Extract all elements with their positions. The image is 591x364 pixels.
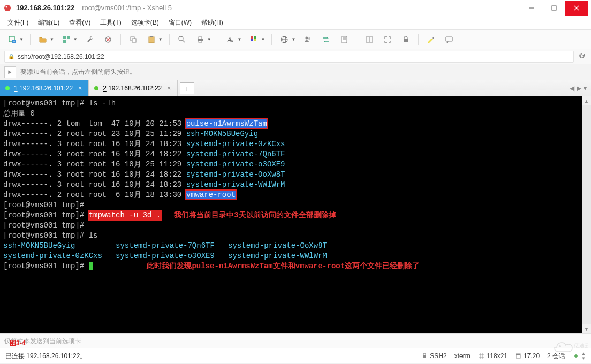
app-icon <box>3 4 12 12</box>
lock-icon: 🔒 <box>8 54 14 59</box>
command-input[interactable]: 仅将文本发送到当前选项卡 <box>0 333 591 348</box>
window-title-secondary: root@vms001:/tmp - Xshell 5 <box>82 4 172 12</box>
reconnect-button[interactable] <box>100 33 116 47</box>
statusbar: 已连接 192.168.26.101:22。 SSH2 xterm 118x21… <box>0 348 591 363</box>
hint-row: 要添加当前会话，点击左侧的箭头按钮。 <box>0 64 591 80</box>
svg-point-1 <box>6 6 7 7</box>
maximize-button[interactable] <box>543 1 565 16</box>
titlebar: 192.168.26.101:22 root@vms001:/tmp - Xsh… <box>0 0 591 16</box>
close-button[interactable] <box>565 1 588 16</box>
menu-file[interactable]: 文件(F) <box>5 17 31 28</box>
session-tab-2[interactable]: 2 192.168.26.102:22 × <box>89 80 178 96</box>
tab-next-icon[interactable]: ▶ <box>577 85 581 92</box>
transfer-button[interactable] <box>318 33 334 47</box>
svg-rect-3 <box>552 6 556 10</box>
colors-button[interactable]: ▼ <box>246 33 268 47</box>
terminal[interactable]: [root@vms001 tmp]# ls -lh总用量 0drwx------… <box>0 96 582 333</box>
figure-label: 图3-4 <box>10 339 25 348</box>
lock-icon <box>421 353 428 359</box>
status-plus[interactable]: ▲▼ <box>573 351 586 361</box>
menu-tools[interactable]: 工具(T) <box>98 17 123 28</box>
address-box[interactable]: 🔒 ssh://root@192.168.26.101:22 <box>4 51 574 63</box>
log-button[interactable] <box>336 33 352 47</box>
layout-button[interactable] <box>361 33 377 47</box>
new-tab-plus[interactable]: + <box>180 82 194 94</box>
tab-prev-icon[interactable]: ◀ <box>570 85 574 92</box>
lock-icon <box>400 34 412 46</box>
fullscreen-button[interactable] <box>380 33 396 47</box>
svg-rect-10 <box>63 40 66 43</box>
font-button[interactable]: AA▼ <box>223 33 244 47</box>
close-tab-icon[interactable]: × <box>77 85 83 92</box>
menu-edit[interactable]: 编辑(E) <box>36 17 62 28</box>
globe-icon <box>278 34 290 46</box>
svg-rect-26 <box>254 39 256 41</box>
menu-window[interactable]: 窗口(W) <box>166 17 194 28</box>
size-icon <box>478 353 484 359</box>
toolbar-separator <box>357 34 357 46</box>
toolbar: ▼ ▼ ▼ ▼ ▼ AA▼ ▼ ▼ <box>0 30 591 49</box>
toolbar-separator <box>218 34 218 46</box>
session-group-button[interactable]: ▼ <box>58 33 80 47</box>
cursor-icon <box>515 353 521 359</box>
scroll-up-icon[interactable]: ▲ <box>582 96 591 105</box>
menu-help[interactable]: 帮助(H) <box>199 17 225 28</box>
scroll-down-icon[interactable]: ▼ <box>582 324 591 333</box>
toolbar-separator <box>418 34 419 46</box>
highlight-icon <box>425 34 437 46</box>
svg-point-31 <box>308 37 310 40</box>
highlight-button[interactable] <box>423 33 439 47</box>
menu-view[interactable]: 查看(V) <box>67 17 93 28</box>
message-button[interactable] <box>441 33 457 47</box>
search-button[interactable] <box>174 33 190 47</box>
svg-rect-9 <box>67 36 70 39</box>
open-button[interactable]: ▼ <box>35 33 56 47</box>
paste-button[interactable]: ▼ <box>143 33 165 47</box>
menu-tabs[interactable]: 选项卡(B) <box>129 17 161 28</box>
transfer-icon <box>320 34 332 46</box>
svg-rect-25 <box>251 39 253 41</box>
palette-icon <box>248 34 260 46</box>
svg-rect-39 <box>423 355 426 358</box>
svg-rect-38 <box>446 37 452 41</box>
properties-button[interactable] <box>82 33 98 47</box>
new-tab-button[interactable]: ▼ <box>4 33 26 47</box>
close-tab-icon[interactable]: × <box>166 85 172 92</box>
address-url: ssh://root@192.168.26.101:22 <box>18 53 104 60</box>
terminal-scrollbar[interactable]: ▲ ▼ <box>582 96 591 333</box>
menubar: 文件(F) 编辑(E) 查看(V) 工具(T) 选项卡(B) 窗口(W) 帮助(… <box>0 16 591 30</box>
session-tab-1[interactable]: 1 192.168.26.101:22 × <box>0 80 89 96</box>
svg-point-16 <box>179 36 183 41</box>
svg-line-17 <box>183 40 185 42</box>
refresh-icon[interactable] <box>577 51 587 62</box>
hint-text: 要添加当前会话，点击左侧的箭头按钮。 <box>20 67 136 77</box>
toolbar-separator <box>120 34 121 46</box>
terminal-area: [root@vms001 tmp]# ls -lh总用量 0drwx------… <box>0 96 591 333</box>
window-title-primary: 192.168.26.101:22 <box>16 4 74 12</box>
address-row: 🔒 ssh://root@192.168.26.101:22 <box>0 49 591 64</box>
print-button[interactable]: ▼ <box>192 33 214 47</box>
wrench-icon <box>84 34 96 46</box>
status-dot-icon <box>94 86 98 90</box>
svg-rect-8 <box>63 36 66 39</box>
layout-icon <box>363 34 375 46</box>
copy-button[interactable] <box>125 33 141 47</box>
lock-button[interactable] <box>398 33 414 47</box>
users-icon <box>302 34 314 46</box>
svg-rect-19 <box>199 37 202 39</box>
globe-button[interactable]: ▼ <box>276 33 298 47</box>
status-sessions: 2 会话 <box>547 352 565 361</box>
tab-list-icon[interactable]: ▾ <box>584 85 587 92</box>
tab-label: 2 192.168.26.102:22 <box>103 85 162 92</box>
status-emulation: xterm <box>454 352 471 360</box>
status-dot-icon <box>5 86 10 90</box>
users-button[interactable] <box>300 33 316 47</box>
search-icon <box>176 34 188 46</box>
svg-point-0 <box>4 5 11 11</box>
add-session-button[interactable] <box>4 66 16 78</box>
svg-rect-20 <box>199 41 202 42</box>
log-icon <box>338 34 350 46</box>
minimize-button[interactable] <box>520 1 543 16</box>
svg-rect-41 <box>516 354 520 355</box>
font-icon: AA <box>225 34 237 46</box>
